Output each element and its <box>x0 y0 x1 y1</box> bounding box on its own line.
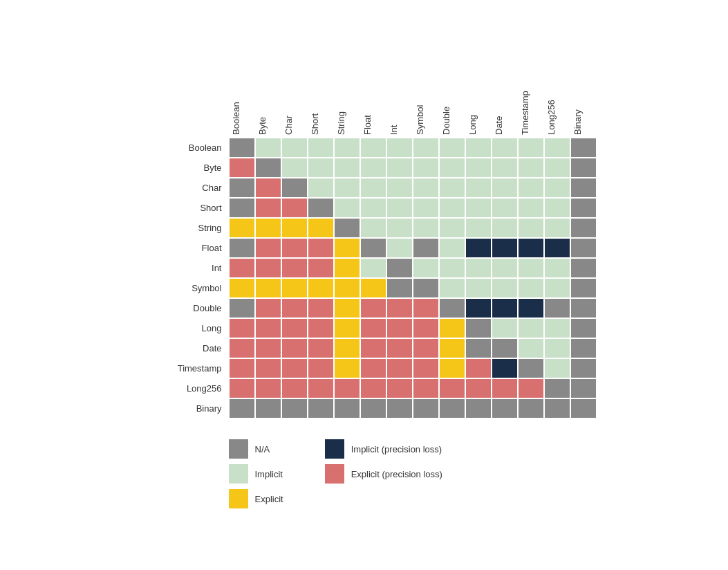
grid-cell <box>439 298 465 318</box>
grid-cell <box>334 158 360 178</box>
legend-label: Explicit <box>255 494 283 504</box>
grid-cell <box>229 158 255 178</box>
legend-item: Explicit (precision loss) <box>325 464 442 484</box>
col-header: Date <box>492 62 518 138</box>
grid-cell <box>360 238 386 258</box>
grid-cell <box>255 198 281 218</box>
grid-cell <box>570 358 597 378</box>
grid-cell <box>360 318 386 338</box>
grid-cell <box>570 318 597 338</box>
legend-swatch <box>229 489 248 508</box>
row-label: Timestamp <box>132 358 229 378</box>
grid-cell <box>465 198 492 218</box>
grid-cell <box>308 338 334 358</box>
legend-swatch <box>229 439 248 459</box>
col-header: Long256 <box>544 62 570 138</box>
grid-cell <box>281 278 308 298</box>
grid-cell <box>229 198 255 218</box>
row-label: Date <box>132 338 229 358</box>
legend-item: Explicit <box>229 489 283 508</box>
table-row <box>229 238 597 258</box>
grid-cell <box>439 278 465 298</box>
grid-cell <box>386 358 413 378</box>
legend-col-left: N/AImplicitExplicit <box>229 439 283 508</box>
grid-cell <box>308 378 334 398</box>
grid-cell <box>229 378 255 398</box>
grid-cell <box>518 378 544 398</box>
grid-cell <box>255 398 281 419</box>
table-row <box>229 218 597 238</box>
grid-cell <box>281 258 308 278</box>
col-header: Float <box>360 62 386 138</box>
row-label: Long256 <box>132 378 229 398</box>
grid-cell <box>439 158 465 178</box>
legend: N/AImplicitExplicitImplicit (precision l… <box>229 439 597 508</box>
grid-cell <box>360 218 386 238</box>
grid-cell <box>465 338 492 358</box>
grid-cell <box>544 378 570 398</box>
grid-cell <box>544 258 570 278</box>
grid-cell <box>544 238 570 258</box>
grid-cell <box>386 138 413 158</box>
grid-cell <box>518 238 544 258</box>
col-header: Long <box>465 62 492 138</box>
grid-cell <box>281 158 308 178</box>
grid-cell <box>334 238 360 258</box>
grid-cell <box>255 218 281 238</box>
grid-cell <box>334 138 360 158</box>
grid-cell <box>518 298 544 318</box>
grid-cell <box>281 398 308 419</box>
grid-cell <box>570 258 597 278</box>
grid-cell <box>413 158 439 178</box>
grid-cell <box>281 358 308 378</box>
top-section: BooleanByteCharShortStringFloatIntSymbol… <box>132 62 597 138</box>
grid-cell <box>492 398 518 419</box>
grid-cell <box>386 298 413 318</box>
grid-cell <box>570 158 597 178</box>
grid-cell <box>544 138 570 158</box>
legend-swatch <box>325 439 344 459</box>
table-row <box>229 338 597 358</box>
table-row <box>229 278 597 298</box>
grid-cell <box>544 178 570 198</box>
grid-cell <box>334 218 360 238</box>
grid-cell <box>413 238 439 258</box>
col-header: Symbol <box>413 62 439 138</box>
grid-cell <box>518 358 544 378</box>
grid-cell <box>360 158 386 178</box>
grid-cell <box>308 358 334 378</box>
grid-cell <box>492 358 518 378</box>
grid-cell <box>465 298 492 318</box>
grid-cell <box>439 358 465 378</box>
grid-cell <box>413 258 439 278</box>
grid-cell <box>518 398 544 419</box>
grid-cell <box>518 318 544 338</box>
corner-spacer <box>132 62 229 138</box>
grid-cell <box>360 378 386 398</box>
grid-cell <box>439 258 465 278</box>
grid-cell <box>229 258 255 278</box>
grid-cell <box>255 378 281 398</box>
grid-cell <box>360 298 386 318</box>
grid-cell <box>413 378 439 398</box>
grid-cell <box>465 238 492 258</box>
grid-cell <box>334 278 360 298</box>
grid-cell <box>308 298 334 318</box>
grid-cell <box>544 158 570 178</box>
grid-cell <box>518 198 544 218</box>
col-header: Char <box>281 62 308 138</box>
col-header: Double <box>439 62 465 138</box>
grid-cell <box>255 238 281 258</box>
grid-cell <box>334 198 360 218</box>
grid-cell <box>360 398 386 419</box>
grid-cell <box>360 138 386 158</box>
matrix-wrapper: BooleanByteCharShortStringFloatIntSymbol… <box>132 62 597 419</box>
grid-cell <box>334 298 360 318</box>
legend-label: N/A <box>255 444 270 454</box>
grid-cell <box>465 178 492 198</box>
main-container: BooleanByteCharShortStringFloatIntSymbol… <box>91 34 638 536</box>
grid-cell <box>413 358 439 378</box>
grid-cell <box>439 198 465 218</box>
grid-cell <box>229 398 255 419</box>
col-header: Short <box>308 62 334 138</box>
